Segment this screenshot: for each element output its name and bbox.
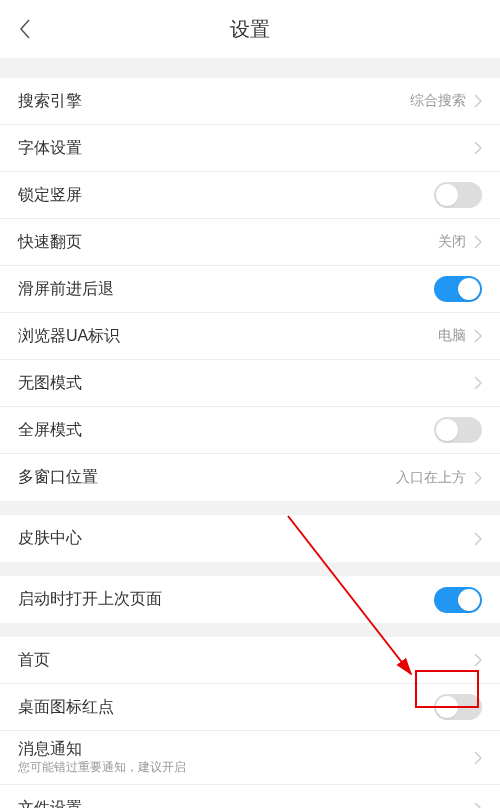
settings-group: 首页 桌面图标红点 消息通知 您可能错过重要通知，建议开启 文件设置 (0, 637, 500, 808)
settings-group: 启动时打开上次页面 (0, 576, 500, 623)
row-swipe-nav: 滑屏前进后退 (0, 266, 500, 313)
row-value: 综合搜索 (410, 92, 466, 110)
chevron-right-icon (474, 235, 482, 249)
row-font-settings[interactable]: 字体设置 (0, 125, 500, 172)
row-file-settings[interactable]: 文件设置 (0, 785, 500, 808)
chevron-right-icon (474, 94, 482, 108)
row-value: 入口在上方 (396, 469, 466, 487)
row-label: 启动时打开上次页面 (18, 589, 162, 610)
chevron-right-icon (474, 532, 482, 546)
row-label: 文件设置 (18, 798, 82, 808)
row-label: 首页 (18, 650, 50, 671)
row-label: 皮肤中心 (18, 528, 82, 549)
back-button[interactable] (0, 0, 50, 58)
row-label: 浏览器UA标识 (18, 326, 120, 347)
row-skin-center[interactable]: 皮肤中心 (0, 515, 500, 562)
row-label: 滑屏前进后退 (18, 279, 114, 300)
row-lock-portrait: 锁定竖屏 (0, 172, 500, 219)
toggle-desktop-badge[interactable] (434, 694, 482, 720)
row-value: 关闭 (438, 233, 466, 251)
row-fullscreen: 全屏模式 (0, 407, 500, 454)
toggle-lock-portrait[interactable] (434, 182, 482, 208)
settings-group: 皮肤中心 (0, 515, 500, 562)
toggle-swipe-nav[interactable] (434, 276, 482, 302)
row-homepage[interactable]: 首页 (0, 637, 500, 684)
chevron-right-icon (474, 471, 482, 485)
chevron-right-icon (474, 653, 482, 667)
row-label: 搜索引擎 (18, 91, 82, 112)
row-multiwindow[interactable]: 多窗口位置 入口在上方 (0, 454, 500, 501)
row-label: 快速翻页 (18, 232, 82, 253)
row-restore-last: 启动时打开上次页面 (0, 576, 500, 623)
row-label: 多窗口位置 (18, 467, 98, 488)
row-label: 字体设置 (18, 138, 82, 159)
chevron-right-icon (474, 751, 482, 765)
chevron-right-icon (474, 802, 482, 809)
toggle-fullscreen[interactable] (434, 417, 482, 443)
row-search-engine[interactable]: 搜索引擎 综合搜索 (0, 78, 500, 125)
chevron-right-icon (474, 376, 482, 390)
settings-group: 搜索引擎 综合搜索 字体设置 锁定竖屏 快速翻页 关闭 滑屏前进后退 浏览器UA… (0, 78, 500, 501)
row-notifications[interactable]: 消息通知 您可能错过重要通知，建议开启 (0, 731, 500, 785)
chevron-right-icon (474, 141, 482, 155)
header: 设置 (0, 0, 500, 58)
toggle-restore-last[interactable] (434, 587, 482, 613)
row-label: 消息通知 (18, 739, 186, 760)
row-desktop-badge: 桌面图标红点 (0, 684, 500, 731)
row-value: 电脑 (438, 327, 466, 345)
chevron-right-icon (474, 329, 482, 343)
row-label: 桌面图标红点 (18, 697, 114, 718)
row-label: 全屏模式 (18, 420, 82, 441)
row-sublabel: 您可能错过重要通知，建议开启 (18, 760, 186, 776)
row-no-image[interactable]: 无图模式 (0, 360, 500, 407)
row-label: 锁定竖屏 (18, 185, 82, 206)
row-fast-paging[interactable]: 快速翻页 关闭 (0, 219, 500, 266)
row-label: 无图模式 (18, 373, 82, 394)
page-title: 设置 (0, 16, 500, 43)
chevron-left-icon (18, 18, 32, 40)
row-ua[interactable]: 浏览器UA标识 电脑 (0, 313, 500, 360)
